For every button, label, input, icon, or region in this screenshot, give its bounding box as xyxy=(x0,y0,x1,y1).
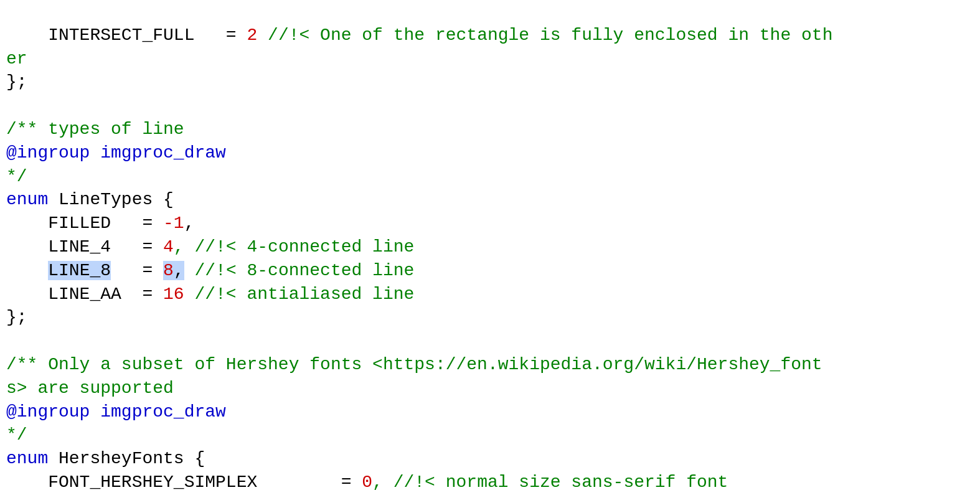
code-line: FONT_HERSHEY_SIMPLEX = 0, //!< normal si… xyxy=(0,471,980,490)
code-line: }; xyxy=(0,306,980,329)
code-line: INTERSECT_FULL = 2 //!< One of the recta… xyxy=(0,24,980,47)
code-line: LINE_8 = 8, //!< 8-connected line xyxy=(0,259,980,283)
code-line: enum LineTypes { xyxy=(0,188,980,212)
code-line: LINE_4 = 4, //!< 4-connected line xyxy=(0,235,980,259)
code-line: @ingroup imgproc_draw xyxy=(0,400,980,424)
code-line: */ xyxy=(0,423,980,447)
code-line xyxy=(0,329,980,353)
code-line: }; xyxy=(0,70,980,94)
code-line: FILLED = -1, xyxy=(0,212,980,235)
code-line: @ingroup imgproc_draw xyxy=(0,141,980,165)
code-line: LINE_AA = 16 //!< antialiased line xyxy=(0,283,980,306)
code-line xyxy=(0,94,980,118)
code-line: er xyxy=(0,47,980,71)
code-line: */ xyxy=(0,165,980,189)
code-view: INTERSECT_FULL = 2 //!< One of the recta… xyxy=(0,0,980,490)
code-line: /** types of line xyxy=(0,118,980,141)
code-line: /** Only a subset of Hershey fonts <http… xyxy=(0,353,980,377)
code-line: enum HersheyFonts { xyxy=(0,447,980,471)
code-line: s> are supported xyxy=(0,377,980,400)
